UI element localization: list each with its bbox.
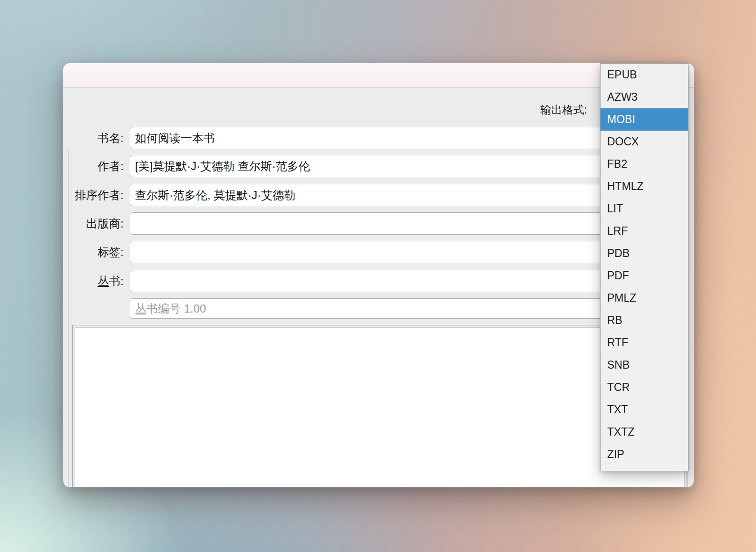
output-format-label: 输出格式:: [541, 103, 587, 117]
format-option-rtf[interactable]: RTF: [601, 332, 688, 354]
format-option-pdb[interactable]: PDB: [601, 242, 688, 265]
form-row-series-index: 丛书编号 1.00: [63, 298, 694, 319]
field-label-authors: 作者:: [63, 155, 124, 177]
desktop-background: { "window": { "kind": "convert-dialog", …: [0, 0, 756, 552]
format-option-pmlz[interactable]: PMLZ: [601, 287, 688, 309]
form-row-series: 丛书:: [63, 270, 694, 292]
format-option-rb[interactable]: RB: [601, 309, 688, 332]
form-row-title: 书名:如何阅读一本书: [63, 127, 694, 149]
field-label-author-sort: 排序作者:: [63, 184, 124, 206]
comments-frame: [72, 325, 687, 487]
format-option-htmlz[interactable]: HTMLZ: [601, 175, 688, 198]
field-label-title: 书名:: [63, 127, 124, 149]
format-option-lit[interactable]: LIT: [601, 198, 688, 220]
form-row-authors: 作者:[美]莫提默·J·艾德勒 查尔斯·范多伦: [63, 155, 694, 177]
field-label-series: 丛书:: [63, 270, 124, 292]
form-row-publisher: 出版商:: [63, 212, 694, 235]
format-option-zip[interactable]: ZIP: [601, 443, 688, 466]
form-row-author-sort: 排序作者:查尔斯·范多伦, 莫提默·J·艾德勒: [63, 184, 694, 206]
convert-dialog: 输出格式: 书名:如何阅读一本书作者:[美]莫提默·J·艾德勒 查尔斯·范多伦排…: [63, 63, 694, 487]
format-option-docx[interactable]: DOCX: [601, 131, 688, 153]
form-row-tags: 标签:: [63, 241, 694, 263]
format-option-lrf[interactable]: LRF: [601, 220, 688, 242]
dialog-titlebar[interactable]: [63, 63, 694, 88]
comments-textarea[interactable]: [75, 327, 685, 487]
format-option-txtz[interactable]: TXTZ: [601, 421, 688, 443]
format-option-txt[interactable]: TXT: [601, 399, 688, 421]
format-option-tcr[interactable]: TCR: [601, 376, 688, 399]
format-option-pdf[interactable]: PDF: [601, 265, 688, 287]
output-format-dropdown: EPUBAZW3MOBIDOCXFB2HTMLZLITLRFPDBPDFPMLZ…: [600, 63, 688, 471]
format-option-mobi[interactable]: MOBI: [601, 108, 688, 131]
format-option-snb[interactable]: SNB: [601, 354, 688, 376]
format-option-epub[interactable]: EPUB: [601, 64, 688, 86]
format-option-azw3[interactable]: AZW3: [601, 86, 688, 108]
field-label-tags: 标签:: [63, 241, 124, 263]
field-label-publisher: 出版商:: [63, 212, 124, 235]
format-option-fb2[interactable]: FB2: [601, 153, 688, 175]
